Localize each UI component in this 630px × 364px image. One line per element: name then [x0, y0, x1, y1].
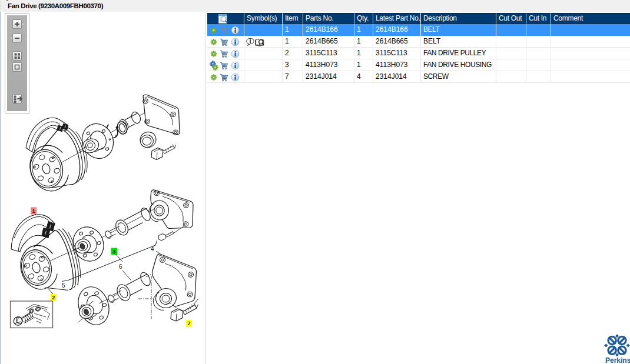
svg-text:2: 2	[52, 294, 55, 300]
svg-text:7: 7	[187, 320, 190, 326]
svg-text:5: 5	[62, 282, 65, 289]
svg-text:6: 6	[119, 263, 122, 270]
svg-text:3: 3	[112, 248, 115, 255]
svg-text:1: 1	[32, 208, 36, 214]
svg-text:4: 4	[151, 246, 154, 252]
